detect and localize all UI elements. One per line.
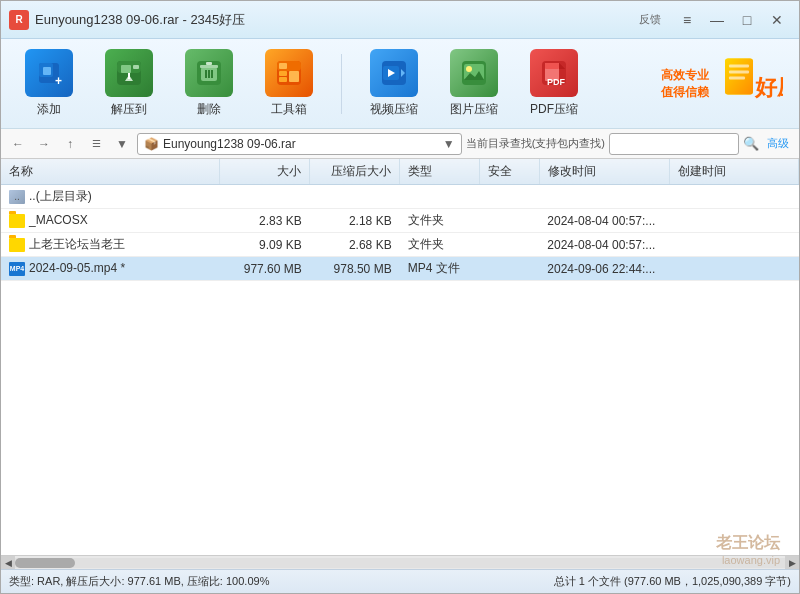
image-icon	[450, 49, 498, 97]
pdf-svg: PDF	[540, 59, 568, 87]
search-box: 当前目录查找(支持包内查找) 🔍 高级	[466, 133, 793, 155]
delete-button[interactable]: 删除	[177, 45, 241, 122]
scroll-thumb[interactable]	[15, 558, 75, 568]
tools-button[interactable]: 工具箱	[257, 45, 321, 122]
view-button[interactable]: ☰	[85, 133, 107, 155]
file-security	[480, 257, 540, 281]
close-button[interactable]: ✕	[763, 8, 791, 32]
image-compress-button[interactable]: 图片压缩	[442, 45, 506, 122]
table-row[interactable]: MP42024-09-05.mp4 *977.60 MB978.50 MBMP4…	[1, 257, 799, 281]
file-size: 9.09 KB	[220, 233, 310, 257]
file-name: MP42024-09-05.mp4 *	[1, 257, 220, 281]
video-compress-button[interactable]: 视频压缩	[362, 45, 426, 122]
path-display: 📦 Eunyoung1238 09-06.rar ▼	[137, 133, 462, 155]
toolbar: + 添加 解压到	[1, 39, 799, 129]
file-modified	[539, 185, 669, 209]
svg-rect-21	[279, 77, 287, 82]
video-svg	[380, 59, 408, 87]
extract-button[interactable]: 解压到	[97, 45, 161, 122]
addressbar: ← → ↑ ☰ ▼ 📦 Eunyoung1238 09-06.rar ▼ 当前目…	[1, 129, 799, 159]
table-row[interactable]: _MACOSX2.83 KB2.18 KB文件夹2024-08-04 00:57…	[1, 209, 799, 233]
brand-slogan-top: 高效专业	[661, 67, 709, 84]
scroll-track[interactable]	[15, 558, 785, 568]
svg-text:+: +	[55, 74, 62, 87]
path-icon: 📦	[144, 137, 159, 151]
pdf-compress-button[interactable]: PDF PDF压缩	[522, 45, 586, 122]
svg-rect-12	[200, 65, 218, 68]
search-input[interactable]	[609, 133, 739, 155]
minimize-button[interactable]: —	[703, 8, 731, 32]
col-header-size[interactable]: 大小	[220, 159, 310, 185]
feedback-label[interactable]: 反馈	[639, 12, 661, 27]
svg-rect-40	[729, 64, 749, 67]
col-header-modified[interactable]: 修改时间	[539, 159, 669, 185]
col-header-security[interactable]: 安全	[480, 159, 540, 185]
file-list-container: 名称 大小 压缩后大小 类型 安全 修改时间 创建时间 ....(上层目录)_M…	[1, 159, 799, 555]
file-type: 文件夹	[400, 233, 480, 257]
path-dropdown-icon[interactable]: ▼	[443, 137, 455, 151]
video-icon	[370, 49, 418, 97]
svg-rect-42	[729, 76, 745, 79]
file-compsize	[310, 185, 400, 209]
file-name: 上老王论坛当老王	[1, 233, 220, 257]
svg-text:PDF: PDF	[547, 77, 566, 87]
file-security	[480, 185, 540, 209]
file-tbody: ....(上层目录)_MACOSX2.83 KB2.18 KB文件夹2024-0…	[1, 185, 799, 281]
maximize-button[interactable]: □	[733, 8, 761, 32]
back-button[interactable]: ←	[7, 133, 29, 155]
col-header-name[interactable]: 名称	[1, 159, 220, 185]
dropdown-button[interactable]: ▼	[111, 133, 133, 155]
col-header-compsize[interactable]: 压缩后大小	[310, 159, 400, 185]
add-svg: +	[35, 59, 63, 87]
add-button[interactable]: + 添加	[17, 45, 81, 122]
table-row[interactable]: 上老王论坛当老王9.09 KB2.68 KB文件夹2024-08-04 00:5…	[1, 233, 799, 257]
table-row[interactable]: ....(上层目录)	[1, 185, 799, 209]
toolbar-buttons: + 添加 解压到	[17, 45, 586, 122]
image-label: 图片压缩	[450, 101, 498, 118]
svg-point-29	[466, 66, 472, 72]
extract-label: 解压到	[111, 101, 147, 118]
delete-icon	[185, 49, 233, 97]
titlebar: R Eunyoung1238 09-06.rar - 2345好压 反馈 ≡ —…	[1, 1, 799, 39]
toolbar-divider	[341, 54, 342, 114]
image-svg	[460, 59, 488, 87]
table-header: 名称 大小 压缩后大小 类型 安全 修改时间 创建时间	[1, 159, 799, 185]
file-compsize: 2.18 KB	[310, 209, 400, 233]
advanced-button[interactable]: 高级	[763, 134, 793, 153]
svg-rect-7	[133, 65, 139, 69]
file-type: MP4 文件	[400, 257, 480, 281]
app-icon: R	[9, 10, 29, 30]
file-type: 文件夹	[400, 209, 480, 233]
status-left: 类型: RAR, 解压后大小: 977.61 MB, 压缩比: 100.09%	[9, 574, 269, 589]
col-header-created[interactable]: 创建时间	[669, 159, 798, 185]
file-size: 2.83 KB	[220, 209, 310, 233]
main-window: R Eunyoung1238 09-06.rar - 2345好压 反馈 ≡ —…	[0, 0, 800, 594]
status-right: 总计 1 个文件 (977.60 MB，1,025,090,389 字节)	[554, 574, 791, 589]
tools-label: 工具箱	[271, 101, 307, 118]
svg-rect-41	[729, 70, 749, 73]
brand-slogan: 高效专业 值得信赖	[661, 67, 709, 101]
col-header-type[interactable]: 类型	[400, 159, 480, 185]
forward-button[interactable]: →	[33, 133, 55, 155]
file-table: 名称 大小 压缩后大小 类型 安全 修改时间 创建时间 ....(上层目录)_M…	[1, 159, 799, 281]
file-modified: 2024-09-06 22:44:...	[539, 257, 669, 281]
scroll-right-arrow[interactable]: ▶	[785, 556, 799, 570]
svg-rect-2	[43, 67, 51, 75]
file-size	[220, 185, 310, 209]
add-label: 添加	[37, 101, 61, 118]
svg-rect-19	[279, 63, 287, 69]
svg-rect-22	[289, 71, 299, 82]
horizontal-scrollbar[interactable]: ◀ ▶	[1, 555, 799, 569]
window-title: Eunyoung1238 09-06.rar - 2345好压	[35, 11, 639, 29]
brand-area: 高效专业 值得信赖	[661, 54, 783, 113]
brand-svg: 好压	[723, 54, 783, 110]
menu-button[interactable]: ≡	[673, 8, 701, 32]
tools-svg	[275, 59, 303, 87]
search-icon[interactable]: 🔍	[743, 136, 759, 151]
up-button[interactable]: ↑	[59, 133, 81, 155]
file-security	[480, 233, 540, 257]
scroll-left-arrow[interactable]: ◀	[1, 556, 15, 570]
window-controls: 反馈 ≡ — □ ✕	[639, 8, 791, 32]
svg-rect-35	[545, 63, 559, 69]
tools-icon	[265, 49, 313, 97]
